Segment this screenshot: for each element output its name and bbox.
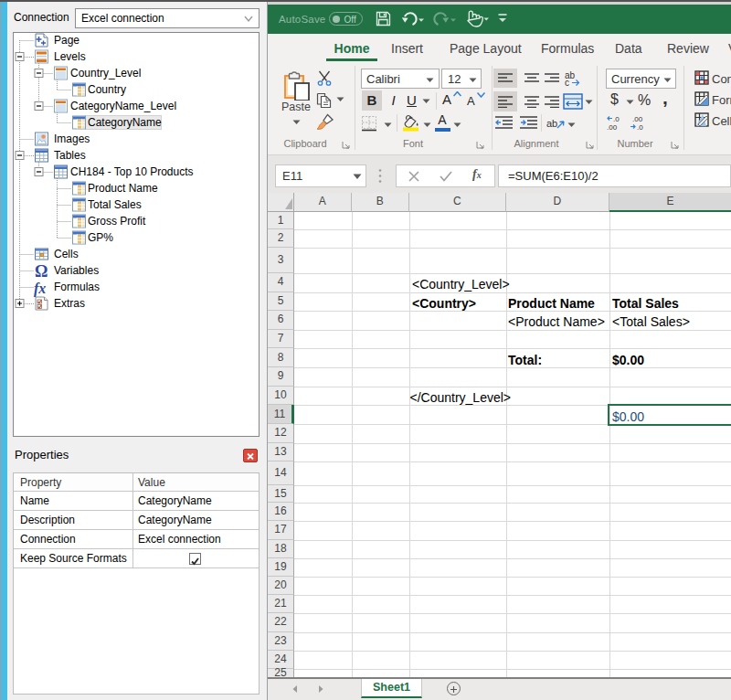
svg-text:.00: .00 <box>607 123 618 131</box>
svg-text:.0: .0 <box>637 123 643 131</box>
svg-text:Ω: Ω <box>35 262 48 281</box>
svg-text:.0: .0 <box>613 115 620 123</box>
svg-text:.00: .00 <box>632 115 643 123</box>
svg-text:fx: fx <box>34 281 46 297</box>
svg-text:c: c <box>565 78 569 87</box>
svg-text:ab: ab <box>546 118 557 129</box>
